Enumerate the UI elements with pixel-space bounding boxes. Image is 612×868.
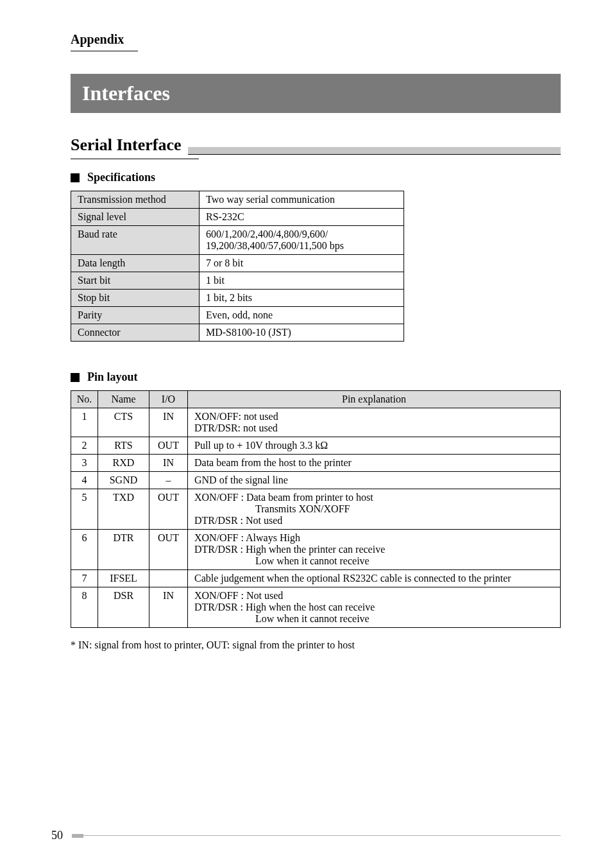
pin-no: 8 xyxy=(71,587,98,628)
pin-layout-heading-text: Pin layout xyxy=(87,370,138,384)
section-underline xyxy=(71,51,138,51)
pin-io: – xyxy=(149,472,188,489)
pin-name: TXD xyxy=(98,489,149,530)
spec-value: RS-232C xyxy=(200,209,404,226)
pin-no: 5 xyxy=(71,489,98,530)
spec-value: MD-S8100-10 (JST) xyxy=(200,324,404,342)
pin-explanation: Data beam from the host to the printer xyxy=(188,455,561,472)
page-title: Interfaces xyxy=(71,74,561,113)
pin-name: IFSEL xyxy=(98,570,149,587)
explanation-line-indented: Low when it cannot receive xyxy=(194,555,554,567)
explanation-line: DTR/DSR: not used xyxy=(194,422,554,434)
explanation-line: DTR/DSR : High when the printer can rece… xyxy=(194,544,554,555)
spec-value: 7 or 8 bit xyxy=(200,255,404,272)
section-label: Appendix xyxy=(71,32,561,47)
explanation-line: Cable judgement when the optional RS232C… xyxy=(194,573,554,584)
page-number: 50 xyxy=(51,829,63,842)
specifications-heading-text: Specifications xyxy=(87,171,155,184)
table-row: 2RTSOUTPull up to + 10V through 3.3 kΩ xyxy=(71,437,561,455)
pin-io: OUT xyxy=(149,437,188,455)
explanation-line: DTR/DSR : Not used xyxy=(194,515,554,526)
pin-name: DSR xyxy=(98,587,149,628)
spec-label: Stop bit xyxy=(71,290,200,307)
pin-name: CTS xyxy=(98,408,149,437)
pin-name: SGND xyxy=(98,472,149,489)
pin-explanation: Pull up to + 10V through 3.3 kΩ xyxy=(188,437,561,455)
explanation-line: XON/OFF : Always High xyxy=(194,532,554,544)
footer-line xyxy=(83,835,561,836)
pin-io: OUT xyxy=(149,489,188,530)
header-explanation: Pin explanation xyxy=(188,391,561,408)
pin-name: RXD xyxy=(98,455,149,472)
pin-io: IN xyxy=(149,408,188,437)
footnote: * IN: signal from host to printer, OUT: … xyxy=(71,639,561,651)
table-row: Data length7 or 8 bit xyxy=(71,255,404,272)
pin-explanation: GND of the signal line xyxy=(188,472,561,489)
table-row: 8DSRINXON/OFF : Not usedDTR/DSR : High w… xyxy=(71,587,561,628)
spec-value: 1 bit xyxy=(200,272,404,290)
pin-explanation: Cable judgement when the optional RS232C… xyxy=(188,570,561,587)
explanation-line: Data beam from the host to the printer xyxy=(194,457,554,469)
pin-explanation: XON/OFF : Not usedDTR/DSR : High when th… xyxy=(188,587,561,628)
table-row: 7IFSELCable judgement when the optional … xyxy=(71,570,561,587)
table-row: 3RXDINData beam from the host to the pri… xyxy=(71,455,561,472)
explanation-line: Pull up to + 10V through 3.3 kΩ xyxy=(194,440,554,451)
table-row: 5TXDOUTXON/OFF : Data beam from printer … xyxy=(71,489,561,530)
spec-label: Start bit xyxy=(71,272,200,290)
pin-layout-table: No. Name I/O Pin explanation 1CTSINXON/O… xyxy=(71,390,561,628)
pin-no: 7 xyxy=(71,570,98,587)
pin-explanation: XON/OFF : Data beam from printer to host… xyxy=(188,489,561,530)
header-name: Name xyxy=(98,391,149,408)
footer-bar-icon xyxy=(72,834,83,838)
explanation-line-indented: Low when it cannot receive xyxy=(194,613,554,625)
pin-no: 1 xyxy=(71,408,98,437)
square-bullet-icon xyxy=(71,173,80,182)
pin-no: 6 xyxy=(71,530,98,570)
header-io: I/O xyxy=(149,391,188,408)
header-no: No. xyxy=(71,391,98,408)
pin-layout-heading: Pin layout xyxy=(71,370,561,384)
pin-explanation: XON/OFF : Always HighDTR/DSR : High when… xyxy=(188,530,561,570)
subsection-title: Serial Interface xyxy=(71,135,182,155)
spec-label: Data length xyxy=(71,255,200,272)
table-row: Transmission methodTwo way serial commun… xyxy=(71,191,404,209)
table-row: Stop bit1 bit, 2 bits xyxy=(71,290,404,307)
pin-no: 3 xyxy=(71,455,98,472)
pin-io: IN xyxy=(149,587,188,628)
square-bullet-icon xyxy=(71,373,80,382)
table-row: 1CTSINXON/OFF: not usedDTR/DSR: not used xyxy=(71,408,561,437)
spec-value: 600/1,200/2,400/4,800/9,600/19,200/38,40… xyxy=(200,226,404,255)
table-row: 4SGND–GND of the signal line xyxy=(71,472,561,489)
pin-no: 4 xyxy=(71,472,98,489)
table-row: ConnectorMD-S8100-10 (JST) xyxy=(71,324,404,342)
spec-value: Two way serial communication xyxy=(200,191,404,209)
table-row: Baud rate600/1,200/2,400/4,800/9,600/19,… xyxy=(71,226,404,255)
subsection-underline xyxy=(71,159,199,159)
spec-label: Parity xyxy=(71,307,200,324)
pin-explanation: XON/OFF: not usedDTR/DSR: not used xyxy=(188,408,561,437)
table-header-row: No. Name I/O Pin explanation xyxy=(71,391,561,408)
explanation-line-indented: Transmits XON/XOFF xyxy=(194,503,554,515)
explanation-line: XON/OFF: not used xyxy=(194,411,554,422)
spec-label: Transmission method xyxy=(71,191,200,209)
spec-value: Even, odd, none xyxy=(200,307,404,324)
specifications-table: Transmission methodTwo way serial commun… xyxy=(71,191,404,342)
explanation-line: GND of the signal line xyxy=(194,474,554,486)
table-row: Signal levelRS-232C xyxy=(71,209,404,226)
pin-name: RTS xyxy=(98,437,149,455)
table-row: ParityEven, odd, none xyxy=(71,307,404,324)
spec-label: Signal level xyxy=(71,209,200,226)
explanation-line: XON/OFF : Data beam from printer to host xyxy=(194,492,554,503)
subsection-bar xyxy=(188,147,561,155)
pin-io: IN xyxy=(149,455,188,472)
page-footer: 50 xyxy=(51,829,561,842)
subsection-row: Serial Interface xyxy=(71,135,561,155)
spec-value: 1 bit, 2 bits xyxy=(200,290,404,307)
pin-no: 2 xyxy=(71,437,98,455)
explanation-line: DTR/DSR : High when the host can receive xyxy=(194,602,554,613)
table-row: 6DTROUTXON/OFF : Always HighDTR/DSR : Hi… xyxy=(71,530,561,570)
spec-label: Connector xyxy=(71,324,200,342)
pin-io xyxy=(149,570,188,587)
explanation-line: XON/OFF : Not used xyxy=(194,590,554,602)
pin-io: OUT xyxy=(149,530,188,570)
